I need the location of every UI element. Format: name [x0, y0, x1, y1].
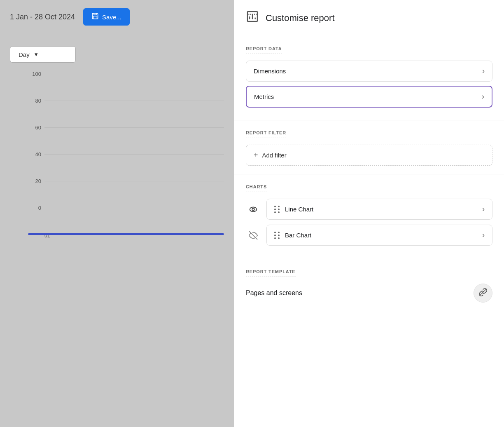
report-template-label: REPORT TEMPLATE [246, 269, 296, 277]
template-row: Pages and screens [246, 284, 492, 303]
chart-line [28, 233, 224, 235]
template-name: Pages and screens [246, 289, 302, 297]
save-icon [91, 12, 99, 21]
svg-point-2 [250, 207, 257, 211]
report-filter-label: REPORT FILTER [246, 130, 286, 138]
customise-report-icon [246, 10, 259, 26]
panel-header: Customise report [234, 0, 504, 36]
line-chart-chevron-icon: › [482, 205, 485, 214]
add-filter-label: Add filter [262, 152, 287, 159]
line-chart-item[interactable]: Line Chart › [266, 199, 492, 220]
dimensions-chevron-icon: › [482, 67, 485, 75]
report-template-section: REPORT TEMPLATE Pages and screens [234, 259, 504, 311]
metrics-chevron-icon: › [482, 92, 484, 101]
report-data-section: REPORT DATA Dimensions › Metrics › [234, 36, 504, 120]
grid-line-100: 100 [26, 71, 224, 77]
grid-line-0: 0 [26, 205, 224, 211]
bar-chart-visibility-icon[interactable] [246, 228, 261, 243]
line-chart-name: Line Chart [285, 206, 313, 213]
bar-chart-item[interactable]: Bar Chart › [266, 225, 492, 246]
grid-label-40: 40 [26, 151, 41, 157]
report-data-label: REPORT DATA [246, 46, 282, 54]
grid-label-60: 60 [26, 124, 41, 131]
grid-label-0: 0 [26, 205, 41, 211]
bar-chart-item-left: Bar Chart [274, 232, 311, 239]
day-dropdown[interactable]: Day ▾ [10, 46, 76, 63]
chart-grid: 100 80 60 40 20 0 [10, 71, 224, 239]
left-panel: 1 Jan - 28 Oct 2024 Save... Day ▾ 100 [0, 0, 234, 427]
line-chart-drag-handle [274, 206, 280, 213]
metrics-item[interactable]: Metrics › [246, 86, 492, 108]
line-chart-row: Line Chart › [246, 199, 492, 220]
bar-chart-name: Bar Chart [285, 232, 311, 239]
metrics-label: Metrics [254, 93, 274, 100]
bar-chart-drag-handle [274, 232, 280, 239]
grid-label-100: 100 [26, 71, 41, 77]
right-panel: Customise report REPORT DATA Dimensions … [234, 0, 504, 427]
grid-line-40: 40 [26, 151, 224, 157]
dimensions-label: Dimensions [254, 68, 286, 75]
template-action-button[interactable] [474, 284, 492, 303]
charts-label: CHARTS [246, 184, 267, 192]
top-bar: 1 Jan - 28 Oct 2024 Save... [0, 0, 234, 34]
grid-line-20: 20 [26, 178, 224, 184]
report-filter-section: REPORT FILTER + Add filter [234, 120, 504, 174]
line-chart-item-left: Line Chart [274, 206, 313, 213]
add-filter-item[interactable]: + Add filter [246, 145, 492, 166]
grid-line-80: 80 [26, 98, 224, 104]
grid-label-20: 20 [26, 178, 41, 184]
date-range: 1 Jan - 28 Oct 2024 [10, 13, 75, 21]
grid-label-80: 80 [26, 98, 41, 104]
dropdown-arrow-icon: ▾ [35, 51, 38, 58]
bar-chart-row: Bar Chart › [246, 225, 492, 246]
bar-chart-chevron-icon: › [482, 231, 485, 239]
plus-icon: + [254, 151, 258, 160]
svg-line-5 [480, 289, 486, 295]
svg-point-3 [252, 208, 254, 211]
panel-title: Customise report [266, 13, 335, 23]
chart-area: Day ▾ 100 80 60 40 20 [0, 38, 234, 247]
grid-line-60: 60 [26, 124, 224, 131]
charts-section: CHARTS Line Chart › [234, 174, 504, 259]
template-link-icon [478, 288, 488, 299]
save-button[interactable]: Save... [83, 8, 130, 26]
save-label: Save... [102, 14, 121, 21]
day-label: Day [19, 51, 30, 58]
dimensions-item[interactable]: Dimensions › [246, 61, 492, 82]
line-chart-visibility-icon[interactable] [246, 202, 261, 217]
